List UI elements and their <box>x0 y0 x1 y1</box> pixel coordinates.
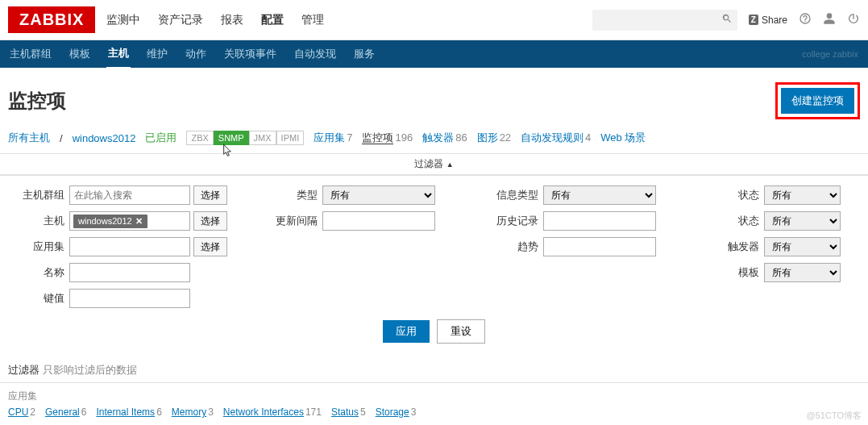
subnav-services[interactable]: 服务 <box>352 40 376 68</box>
template-select[interactable]: 所有 <box>764 263 841 282</box>
page-title: 监控项 <box>8 88 66 114</box>
close-icon[interactable]: ✕ <box>135 216 143 227</box>
user-icon[interactable] <box>823 12 836 27</box>
trigger-select[interactable]: 所有 <box>764 237 841 256</box>
subfilter-app-item[interactable]: CPU2 <box>8 406 35 418</box>
filter-actions: 应用 重设 <box>8 308 860 352</box>
tag-jmx: JMX <box>249 131 276 145</box>
subfilter-app-item[interactable]: Network Interfaces171 <box>223 406 322 418</box>
type-select[interactable]: 所有 <box>322 185 435 205</box>
subfilter-app-item[interactable]: Internal Items6 <box>96 406 161 418</box>
subfilter-applications: 应用集 CPU2General6Internal Items6Memory3Ne… <box>0 382 868 424</box>
title-row: 监控项 创建监控项 <box>0 68 868 131</box>
tag-zbx: ZBX <box>186 131 213 145</box>
top-header: ZABBIX 监测中 资产记录 报表 配置 管理 ZShare <box>0 0 868 40</box>
tab-items[interactable]: 监控项196 <box>362 131 413 145</box>
tab-applications[interactable]: 应用集7 <box>314 131 352 145</box>
filter-host: 主机 windows2012✕ 选择 <box>8 211 250 231</box>
filter-trend: 趋势 <box>482 237 691 256</box>
hostgroup-select-button[interactable]: 选择 <box>193 185 227 205</box>
filter-trigger: 触发器 所有 <box>703 237 868 256</box>
crumb-host[interactable]: windows2012 <box>73 132 136 144</box>
share-link[interactable]: ZShare <box>749 15 787 26</box>
key-input[interactable] <box>69 289 190 308</box>
header-right: ZShare <box>592 10 860 31</box>
breadcrumb: 所有主机 / windows2012 已启用 ZBX SNMP JMX IPMI… <box>0 131 868 153</box>
filter-infotype: 信息类型 所有 <box>482 185 691 205</box>
host-select-button[interactable]: 选择 <box>193 211 227 231</box>
nav-inventory[interactable]: 资产记录 <box>158 13 203 27</box>
tab-discovery[interactable]: 自动发现规则4 <box>521 131 591 145</box>
filter-status: 状态 所有 <box>703 211 868 231</box>
filter-toggle[interactable]: 过滤器 ▲ <box>0 153 868 174</box>
filter-panel: 主机群组 选择 类型 所有 信息类型 所有 状态 所有 主机 windows20 <box>0 174 868 358</box>
crumb-sep: / <box>60 132 63 144</box>
subfilter-apps-header: 应用集 <box>8 390 860 403</box>
filter-template: 模板 所有 <box>703 263 868 282</box>
filter-hostgroup: 主机群组 选择 <box>8 185 250 205</box>
crumb-all-hosts[interactable]: 所有主机 <box>8 131 50 145</box>
subnav-discovery[interactable]: 自动发现 <box>293 40 338 68</box>
watermark: @51CTO博客 <box>807 410 862 422</box>
filter-app: 应用集 选择 <box>8 237 250 256</box>
nav-reports[interactable]: 报表 <box>221 13 243 27</box>
filter-interval: 更新间隔 <box>261 211 471 231</box>
subfilter-app-item[interactable]: Status5 <box>331 406 366 418</box>
nav-administration[interactable]: 管理 <box>301 13 324 27</box>
reset-button[interactable]: 重设 <box>437 319 485 344</box>
help-icon[interactable] <box>799 12 812 27</box>
host-input[interactable]: windows2012✕ <box>69 211 190 231</box>
sub-nav: 主机群组 模板 主机 维护 动作 关联项事件 自动发现 服务 college z… <box>0 40 868 68</box>
name-input[interactable] <box>69 263 190 282</box>
tab-graphs[interactable]: 图形22 <box>477 131 511 145</box>
subnav-hostgroups[interactable]: 主机群组 <box>8 40 53 68</box>
tag-ipmi: IPMI <box>276 131 305 145</box>
infotype-select[interactable]: 所有 <box>543 185 656 205</box>
logout-icon[interactable] <box>847 12 860 27</box>
interval-input[interactable] <box>322 211 435 231</box>
subnav-maintenance[interactable]: 维护 <box>145 40 169 68</box>
subnav-templates[interactable]: 模板 <box>68 40 92 68</box>
interface-tags: ZBX SNMP JMX IPMI <box>186 131 304 145</box>
filter-key: 键值 <box>8 289 250 308</box>
hostgroup-input[interactable] <box>69 185 190 205</box>
filter-name: 名称 <box>8 263 250 282</box>
filter-state: 状态 所有 <box>703 185 868 205</box>
nav-configuration[interactable]: 配置 <box>261 13 284 27</box>
filter-note: 过滤器 只影响过滤后的数据 <box>0 358 868 382</box>
state-select[interactable]: 所有 <box>764 185 841 205</box>
tag-snmp: SNMP <box>214 131 249 145</box>
subfilter-apps-items: CPU2General6Internal Items6Memory3Networ… <box>8 406 860 418</box>
history-input[interactable] <box>543 211 656 231</box>
trend-input[interactable] <box>543 237 656 256</box>
subnav-hosts[interactable]: 主机 <box>106 40 131 69</box>
subnav-correlation[interactable]: 关联项事件 <box>222 40 278 68</box>
nav-monitoring[interactable]: 监测中 <box>106 13 140 27</box>
chevron-up-icon: ▲ <box>446 160 454 169</box>
logo: ZABBIX <box>8 6 95 33</box>
subnav-actions[interactable]: 动作 <box>184 40 208 68</box>
host-enabled-label: 已启用 <box>145 131 177 145</box>
app-select-button[interactable]: 选择 <box>193 237 227 256</box>
host-tag: windows2012✕ <box>73 215 147 228</box>
status-select[interactable]: 所有 <box>764 211 841 231</box>
tab-triggers[interactable]: 触发器86 <box>422 131 467 145</box>
subnav-username: college zabbix <box>800 43 860 65</box>
subfilter-app-item[interactable]: Memory3 <box>172 406 214 418</box>
global-search[interactable] <box>592 10 737 31</box>
subfilter-app-item[interactable]: Storage3 <box>376 406 417 418</box>
subfilter-app-item[interactable]: General6 <box>45 406 86 418</box>
main-nav: 监测中 资产记录 报表 配置 管理 <box>106 13 592 27</box>
create-item-button[interactable]: 创建监控项 <box>781 88 854 114</box>
filter-history: 历史记录 <box>482 211 691 231</box>
filter-type: 类型 所有 <box>261 185 471 205</box>
search-icon <box>721 13 733 27</box>
create-button-highlight: 创建监控项 <box>775 82 860 119</box>
app-input[interactable] <box>69 237 190 256</box>
apply-button[interactable]: 应用 <box>383 320 430 343</box>
tab-web[interactable]: Web 场景 <box>600 131 647 145</box>
